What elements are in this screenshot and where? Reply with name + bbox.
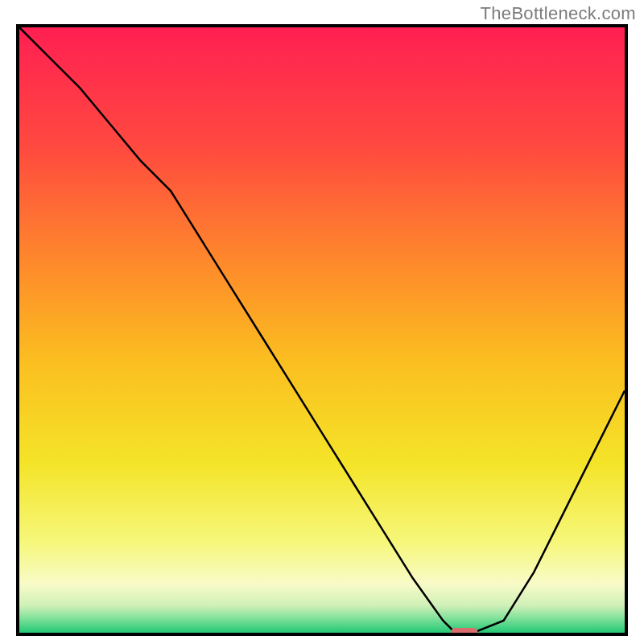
plot-area	[16, 24, 628, 636]
chart-frame: TheBottleneck.com	[0, 0, 644, 644]
watermark-label: TheBottleneck.com	[481, 3, 636, 24]
gradient-background	[19, 27, 625, 633]
bottleneck-chart	[16, 24, 628, 636]
